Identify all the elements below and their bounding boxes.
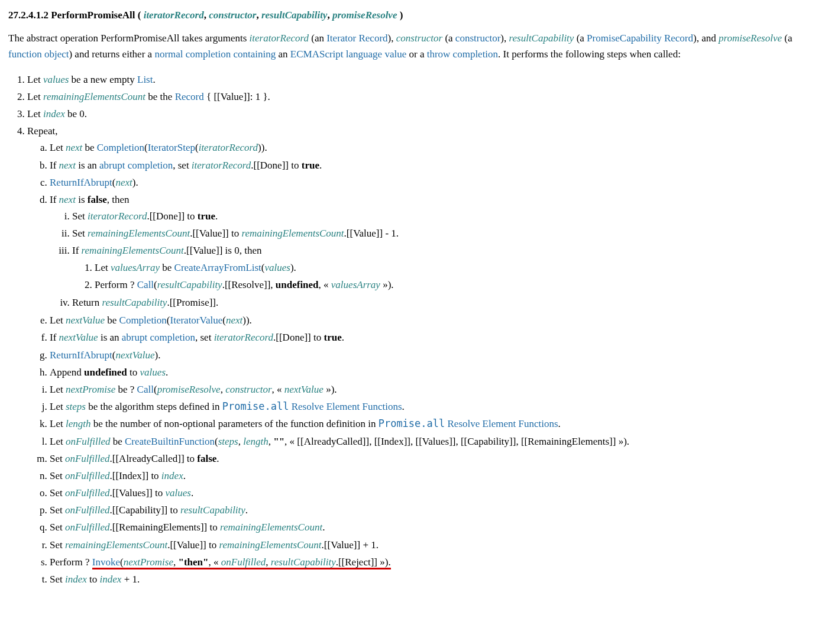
param: constructor <box>209 9 256 21</box>
link-promise-all-resolve[interactable]: Promise.all Resolve Element Functions <box>379 418 558 429</box>
link-createarrayfromlist[interactable]: CreateArrayFromList <box>174 262 261 273</box>
step-4a: Let next be Completion(IteratorStep(iter… <box>50 139 820 156</box>
step-4h: Append undefined to values. <box>50 364 820 381</box>
step-4d-iii: If remainingElementsCount.[[Value]] is 0… <box>72 242 820 294</box>
link-invoke[interactable]: Invoke <box>92 556 120 568</box>
step-4l: Let onFulfilled be CreateBuiltinFunction… <box>50 433 820 450</box>
link-returnifabrupt[interactable]: ReturnIfAbrupt <box>50 177 112 188</box>
step-4k: Let length be the number of non-optional… <box>50 415 820 432</box>
step-4t: Set index to index + 1. <box>50 571 820 588</box>
step-4c: ReturnIfAbrupt(next). <box>50 174 820 191</box>
link-abrupt-completion[interactable]: abrupt completion <box>122 332 195 343</box>
section-number: 27.2.4.1.2 <box>8 9 48 21</box>
step-4q: Set onFulfilled.[[RemainingElements]] to… <box>50 519 820 536</box>
step-4d-iii-2: Perform ? Call(resultCapability.[[Resolv… <box>95 276 820 293</box>
link-completion[interactable]: Completion <box>119 315 167 326</box>
step-4j: Let steps be the algorithm steps defined… <box>50 398 820 415</box>
link-record[interactable]: Record <box>175 91 204 102</box>
step-4p: Set onFulfilled.[[Capability]] to result… <box>50 501 820 519</box>
intro-paragraph: The abstract operation PerformPromiseAll… <box>8 30 820 62</box>
link-normal-completion[interactable]: normal completion containing <box>154 48 276 60</box>
step-4g: ReturnIfAbrupt(nextValue). <box>50 347 820 364</box>
link-completion[interactable]: Completion <box>97 142 144 153</box>
step-4m: Set onFulfilled.[[AlreadyCalled]] to fal… <box>50 450 820 467</box>
link-constructor[interactable]: constructor <box>455 33 500 44</box>
section-name: PerformPromiseAll <box>51 9 135 21</box>
step-4d-iii-1: Let valuesArray be CreateArrayFromList(v… <box>95 259 820 276</box>
step-4r: Set remainingElementsCount.[[Value]] to … <box>50 536 820 554</box>
link-function-object[interactable]: function object <box>8 48 69 60</box>
step-4e: Let nextValue be Completion(IteratorValu… <box>50 312 820 329</box>
step-4: Repeat, Let next be Completion(IteratorS… <box>27 122 820 588</box>
section-heading: 27.2.4.1.2 PerformPromiseAll ( iteratorR… <box>8 7 820 23</box>
step-4b: If next is an abrupt completion, set ite… <box>50 157 820 174</box>
param: promiseResolve <box>332 9 397 21</box>
step-1: Let values be a new empty List. <box>27 71 820 88</box>
step-4o: Set onFulfilled.[[Values]] to values. <box>50 484 820 501</box>
step-4d: If next is false, then Set iteratorRecor… <box>50 191 820 312</box>
step-4n: Set onFulfilled.[[Index]] to index. <box>50 467 820 484</box>
step-2: Let remainingElementsCount be the Record… <box>27 88 820 105</box>
link-promise-all-resolve[interactable]: Promise.all Resolve Element Functions <box>222 401 402 412</box>
step-3: Let index be 0. <box>27 105 820 122</box>
step-4i: Let nextPromise be ? Call(promiseResolve… <box>50 381 820 398</box>
link-iteratorvalue[interactable]: IteratorValue <box>170 315 223 326</box>
link-iterator-record[interactable]: Iterator Record <box>326 33 387 44</box>
step-4s: Perform ? Invoke(nextPromise, "then", « … <box>50 554 820 571</box>
step-4d-iv: Return resultCapability.[[Promise]]. <box>72 294 820 311</box>
link-list[interactable]: List <box>137 74 153 85</box>
step-4d-i: Set iteratorRecord.[[Done]] to true. <box>72 208 820 225</box>
link-returnifabrupt[interactable]: ReturnIfAbrupt <box>50 349 112 361</box>
param: resultCapability <box>261 9 327 21</box>
algorithm-steps: Let values be a new empty List. Let rema… <box>8 71 820 589</box>
param: iteratorRecord <box>144 9 204 21</box>
link-call[interactable]: Call <box>137 279 154 290</box>
step-4f: If nextValue is an abrupt completion, se… <box>50 329 820 346</box>
link-call[interactable]: Call <box>137 384 154 395</box>
link-ecmascript-language-value[interactable]: ECMAScript language value <box>290 48 406 60</box>
link-abrupt-completion[interactable]: abrupt completion <box>99 160 173 171</box>
link-throw-completion[interactable]: throw completion <box>427 48 498 60</box>
link-createbuiltinfunction[interactable]: CreateBuiltinFunction <box>125 436 215 447</box>
link-promisecapability-record[interactable]: PromiseCapability Record <box>587 33 693 44</box>
link-iteratorstep[interactable]: IteratorStep <box>148 142 195 153</box>
step-4d-ii: Set remainingElementsCount.[[Value]] to … <box>72 225 820 242</box>
